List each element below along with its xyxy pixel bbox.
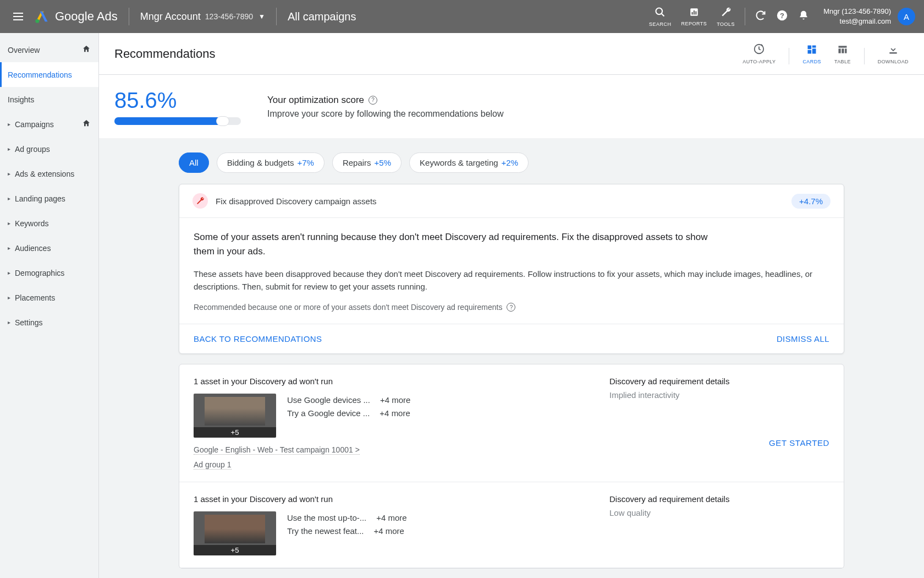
- wrench-icon: [721, 7, 732, 20]
- chevron-right-icon: ▸: [8, 171, 10, 177]
- score-subtitle: Improve your score by following the reco…: [267, 109, 504, 119]
- user-block[interactable]: Mngr (123-456-7890) test@gmail.com A: [823, 7, 915, 26]
- more-link[interactable]: +4 more: [374, 525, 404, 538]
- download-button[interactable]: DOWNLOAD: [878, 44, 909, 64]
- user-email: test@gmail.com: [823, 17, 891, 26]
- help-icon[interactable]: ?: [369, 96, 377, 105]
- campaign-breadcrumb[interactable]: Google - English - Web - Test campaign 1…: [194, 445, 360, 455]
- card-title: Fix disapproved Discovery campaign asset…: [216, 197, 377, 206]
- help-icon[interactable]: ?: [776, 9, 788, 24]
- app-header: Google Ads Mngr Account 123-456-7890 ▼ A…: [0, 0, 924, 33]
- filter-all[interactable]: All: [179, 152, 209, 173]
- svg-text:?: ?: [780, 11, 784, 19]
- score-uplift-badge: +4.7%: [791, 194, 831, 209]
- svg-rect-5: [694, 10, 695, 15]
- help-icon[interactable]: ?: [507, 303, 515, 312]
- svg-rect-17: [845, 48, 846, 53]
- filter-repairs[interactable]: Repairs +5%: [332, 152, 402, 173]
- svg-rect-18: [889, 52, 897, 54]
- sidebar-item-insights[interactable]: Insights: [0, 87, 98, 112]
- user-name: Mngr (123-456-7890): [823, 7, 891, 17]
- sidebar-item-settings[interactable]: ▸ Settings: [0, 310, 98, 335]
- divider: [129, 8, 129, 25]
- menu-icon[interactable]: [9, 8, 28, 25]
- chevron-right-icon: ▸: [8, 195, 10, 201]
- chevron-right-icon: ▸: [8, 295, 10, 301]
- chevron-right-icon: ▸: [8, 220, 10, 226]
- sidebar-item-overview[interactable]: Overview: [0, 37, 98, 62]
- filter-keywords-targeting[interactable]: Keywords & targeting +2%: [409, 152, 529, 173]
- avatar[interactable]: A: [898, 8, 915, 25]
- home-icon[interactable]: [82, 45, 91, 56]
- sidebar-item-demographics[interactable]: ▸ Demographics: [0, 260, 98, 285]
- divider: [745, 8, 745, 25]
- asset-item: 1 asset in your Discovery ad won't run +…: [179, 482, 844, 568]
- svg-rect-6: [695, 11, 696, 14]
- product-logo[interactable]: Google Ads: [34, 9, 118, 24]
- wrench-icon: [193, 193, 208, 209]
- title-bar: Recommendations AUTO-APPLY CARDS: [99, 33, 924, 75]
- scope-label[interactable]: All campaigns: [288, 10, 356, 23]
- card-header: Fix disapproved Discovery campaign asset…: [179, 184, 844, 218]
- dismiss-all-button[interactable]: DISMISS ALL: [777, 334, 829, 343]
- detail-title: Discovery ad requirement details: [609, 494, 829, 504]
- product-name: Google Ads: [55, 9, 118, 24]
- asset-headline: Use Google devices ...: [287, 394, 370, 407]
- header-tools: SEARCH REPORTS TOOLS ? Mngr (123-456-789…: [649, 7, 915, 27]
- user-text: Mngr (123-456-7890) test@gmail.com: [823, 7, 891, 26]
- score-title: Your optimization score ?: [267, 95, 504, 106]
- reports-button[interactable]: REPORTS: [681, 7, 707, 26]
- svg-line-2: [662, 13, 664, 16]
- refresh-icon[interactable]: [755, 10, 766, 24]
- bell-icon[interactable]: [798, 10, 809, 24]
- svg-rect-13: [808, 50, 812, 54]
- sidebar-item-keywords[interactable]: ▸ Keywords: [0, 211, 98, 236]
- get-started-button[interactable]: GET STARTED: [609, 438, 829, 448]
- chevron-right-icon: ▸: [8, 245, 10, 251]
- svg-rect-4: [691, 12, 692, 15]
- sidebar: Overview Recommendations Insights ▸ Camp…: [0, 33, 99, 578]
- more-link[interactable]: +4 more: [380, 407, 410, 420]
- asset-headline: Try the newest feat...: [287, 525, 364, 538]
- asset-list: 1 asset in your Discovery ad won't run +…: [179, 364, 844, 569]
- cards-view-button[interactable]: CARDS: [802, 44, 821, 64]
- sidebar-item-recommendations[interactable]: Recommendations: [0, 62, 98, 87]
- asset-title: 1 asset in your Discovery ad won't run: [194, 494, 583, 504]
- asset-title: 1 asset in your Discovery ad won't run: [194, 377, 583, 386]
- bar-chart-icon: [689, 7, 699, 20]
- sidebar-item-ad-groups[interactable]: ▸ Ad groups: [0, 137, 98, 161]
- tools-button[interactable]: TOOLS: [717, 7, 735, 27]
- svg-rect-11: [812, 46, 816, 48]
- search-button[interactable]: SEARCH: [649, 7, 672, 27]
- history-icon: [753, 43, 765, 58]
- home-icon[interactable]: [82, 119, 91, 130]
- sidebar-item-campaigns[interactable]: ▸ Campaigns: [0, 112, 98, 137]
- thumbnail-count: +5: [194, 427, 276, 438]
- chevron-right-icon: ▸: [8, 121, 10, 127]
- ads-logo-icon: [34, 9, 50, 24]
- sidebar-item-audiences[interactable]: ▸ Audiences: [0, 236, 98, 260]
- recommendation-card: Fix disapproved Discovery campaign asset…: [179, 184, 844, 354]
- score-value: 85.6%: [114, 88, 241, 113]
- auto-apply-button[interactable]: AUTO-APPLY: [743, 43, 776, 64]
- sidebar-item-ads-extensions[interactable]: ▸ Ads & extensions: [0, 161, 98, 186]
- asset-thumbnail[interactable]: +5: [194, 394, 276, 438]
- back-button[interactable]: BACK TO RECOMMENDATIONS: [194, 334, 322, 343]
- more-link[interactable]: +4 more: [376, 511, 406, 525]
- svg-rect-15: [838, 48, 840, 53]
- filter-bidding-budgets[interactable]: Bidding & budgets +7%: [217, 152, 324, 173]
- asset-headline: Use the most up-to-...: [287, 511, 366, 525]
- thumbnail-count: +5: [194, 545, 276, 555]
- page-title: Recommendations: [114, 47, 215, 61]
- chevron-right-icon: ▸: [8, 270, 10, 276]
- ad-group-link[interactable]: Ad group 1: [194, 460, 232, 470]
- sidebar-item-landing-pages[interactable]: ▸ Landing pages: [0, 186, 98, 211]
- account-selector[interactable]: Mngr Account 123-456-7890 ▼: [140, 11, 265, 23]
- asset-thumbnail[interactable]: +5: [194, 511, 276, 555]
- table-view-button[interactable]: TABLE: [834, 44, 851, 64]
- divider: [864, 48, 865, 64]
- score-progress: [114, 117, 241, 125]
- more-link[interactable]: +4 more: [380, 394, 410, 407]
- sidebar-item-placements[interactable]: ▸ Placements: [0, 285, 98, 310]
- chevron-right-icon: ▸: [8, 319, 10, 325]
